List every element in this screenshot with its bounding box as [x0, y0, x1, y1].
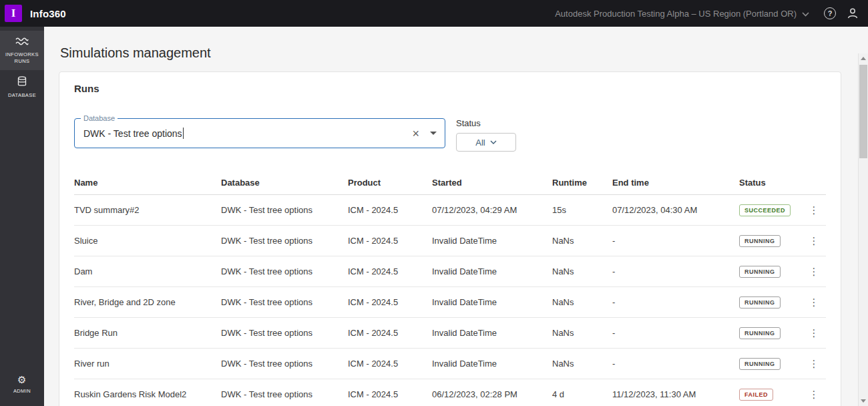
status-badge: RUNNING	[739, 358, 781, 370]
status-badge: RUNNING	[739, 327, 781, 339]
clear-icon[interactable]: ×	[412, 128, 419, 140]
runs-table: Name Database Product Started Runtime En…	[74, 172, 826, 406]
row-menu-button[interactable]: ⋮	[805, 204, 823, 216]
table-row: Bridge Run DWK - Test tree options ICM -…	[74, 318, 826, 349]
cell-runtime: NaNs	[552, 359, 612, 369]
status-filter-dropdown[interactable]: All	[456, 133, 516, 152]
sidebar-item-infoworks-runs[interactable]: INFOWORKS RUNS	[0, 31, 44, 70]
column-header-product: Product	[348, 178, 432, 188]
sidebar: INFOWORKS RUNS DATABASE ⚙ ADMIN	[0, 27, 44, 406]
runs-waves-icon	[15, 37, 29, 48]
cell-product: ICM - 2024.5	[348, 389, 432, 399]
chevron-down-icon	[490, 140, 497, 144]
cell-database: DWK - Test tree options	[221, 297, 348, 307]
status-badge: RUNNING	[739, 235, 781, 247]
cell-name: Ruskin Gardens Risk Model2	[74, 389, 221, 399]
info360-logo-icon[interactable]: I	[5, 5, 22, 22]
chevron-down-icon[interactable]	[802, 12, 809, 17]
status-badge: SUCCEEDED	[739, 204, 791, 216]
cell-status: RUNNING	[739, 296, 802, 309]
cell-name: TVD summary#2	[74, 205, 221, 215]
cell-runtime: 15s	[552, 205, 612, 215]
cell-started: Invalid DateTime	[432, 266, 552, 276]
cell-status: RUNNING	[739, 266, 802, 278]
app-title: Info360	[30, 8, 66, 19]
cell-name: River, Bridge and 2D zone	[74, 297, 221, 307]
cell-end-time: 11/12/2023, 11:30 AM	[612, 389, 739, 399]
table-row: River, Bridge and 2D zone DWK - Test tre…	[74, 287, 826, 318]
row-menu-button[interactable]: ⋮	[805, 296, 823, 309]
table-row: Ruskin Gardens Risk Model2 DWK - Test tr…	[74, 379, 826, 406]
scroll-down-arrow-icon[interactable]	[859, 396, 868, 406]
cell-product: ICM - 2024.5	[348, 359, 432, 369]
cell-status: SUCCEEDED	[739, 204, 802, 216]
cell-started: Invalid DateTime	[432, 359, 552, 369]
dropdown-caret-icon[interactable]	[430, 132, 437, 135]
sidebar-item-label: ADMIN	[13, 388, 31, 395]
sidebar-item-admin[interactable]: ⚙ ADMIN	[0, 369, 44, 401]
database-filter-label: Database	[81, 114, 118, 122]
cell-end-time: -	[612, 359, 739, 369]
cell-end-time: -	[612, 328, 739, 338]
column-header-runtime: Runtime	[552, 178, 612, 188]
cell-runtime: NaNs	[552, 328, 612, 338]
table-body: TVD summary#2 DWK - Test tree options IC…	[74, 195, 826, 406]
help-icon[interactable]: ?	[824, 7, 836, 19]
cell-product: ICM - 2024.5	[348, 266, 432, 276]
cell-product: ICM - 2024.5	[348, 297, 432, 307]
cell-database: DWK - Test tree options	[221, 328, 348, 338]
user-icon[interactable]	[847, 7, 859, 19]
cell-runtime: 4 d	[552, 389, 612, 399]
scroll-up-arrow-icon[interactable]	[859, 53, 868, 63]
cell-status: RUNNING	[739, 235, 802, 247]
cell-product: ICM - 2024.5	[348, 328, 432, 338]
cell-name: Sluice	[74, 236, 221, 246]
status-filter-label: Status	[456, 118, 516, 128]
table-row: TVD summary#2 DWK - Test tree options IC…	[74, 195, 826, 226]
status-filter-value: All	[475, 138, 485, 148]
cell-database: DWK - Test tree options	[221, 389, 348, 399]
cell-end-time: -	[612, 236, 739, 246]
filters-row: Database DWK - Test tree options × Statu…	[74, 118, 826, 152]
row-menu-button[interactable]: ⋮	[805, 327, 823, 339]
environment-selector[interactable]: Autodesk Production Testing Alpha – US R…	[555, 9, 797, 19]
cell-status: FAILED	[739, 389, 802, 401]
status-badge: RUNNING	[739, 296, 781, 309]
table-row: Sluice DWK - Test tree options ICM - 202…	[74, 226, 826, 256]
cell-name: Bridge Run	[74, 328, 221, 338]
row-menu-button[interactable]: ⋮	[805, 265, 823, 278]
row-menu-button[interactable]: ⋮	[805, 357, 823, 370]
scrollbar-thumb[interactable]	[859, 65, 867, 158]
cell-status: RUNNING	[739, 358, 802, 370]
cell-database: DWK - Test tree options	[221, 359, 348, 369]
topbar: I Info360 Autodesk Production Testing Al…	[0, 0, 868, 27]
status-badge: RUNNING	[739, 266, 781, 278]
cell-started: Invalid DateTime	[432, 236, 552, 246]
cell-started: 07/12/2023, 04:29 AM	[432, 205, 552, 215]
runs-card-title: Runs	[74, 83, 826, 94]
database-filter-value: DWK - Test tree options	[83, 128, 182, 139]
database-filter-input[interactable]: Database DWK - Test tree options ×	[74, 118, 445, 148]
cell-runtime: NaNs	[552, 297, 612, 307]
vertical-scrollbar[interactable]	[858, 53, 868, 406]
cell-database: DWK - Test tree options	[221, 205, 348, 215]
cell-product: ICM - 2024.5	[348, 236, 432, 246]
table-row: Dam DWK - Test tree options ICM - 2024.5…	[74, 256, 826, 287]
column-header-end-time: End time	[612, 178, 739, 188]
row-menu-button[interactable]: ⋮	[805, 234, 823, 247]
main-content: Simulations management Runs Database DWK…	[44, 27, 868, 406]
column-header-name: Name	[74, 178, 221, 188]
cell-runtime: NaNs	[552, 266, 612, 276]
cell-started: Invalid DateTime	[432, 297, 552, 307]
status-filter-group: Status All	[456, 118, 516, 152]
status-badge: FAILED	[739, 389, 773, 401]
table-header-row: Name Database Product Started Runtime En…	[74, 172, 826, 195]
cell-end-time: -	[612, 297, 739, 307]
column-header-status: Status	[739, 178, 802, 188]
sidebar-item-database[interactable]: DATABASE	[0, 70, 44, 105]
row-menu-button[interactable]: ⋮	[805, 388, 823, 401]
column-header-database: Database	[221, 178, 348, 188]
cell-end-time: -	[612, 266, 739, 276]
cell-status: RUNNING	[739, 327, 802, 339]
cell-runtime: NaNs	[552, 236, 612, 246]
